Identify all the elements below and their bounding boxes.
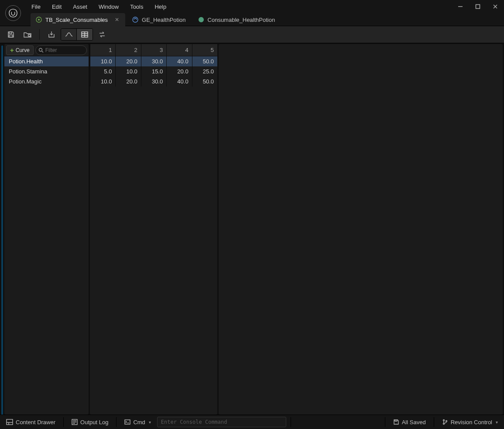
cmd-selector-button[interactable]: Cmd ▾: [121, 417, 154, 427]
save-button[interactable]: [3, 28, 18, 41]
svg-rect-8: [9, 35, 13, 37]
table-cell[interactable]: 50.0: [192, 56, 217, 66]
table-cell[interactable]: 5.0: [90, 66, 115, 76]
table-cell[interactable]: 50.0: [192, 76, 217, 86]
statusbar-separator: [434, 417, 434, 427]
chevron-down-icon: ▾: [149, 420, 151, 425]
table-cell[interactable]: 40.0: [166, 56, 192, 66]
table-view-button[interactable]: [77, 29, 93, 40]
table-cell[interactable]: 25.0: [192, 66, 217, 76]
table-row[interactable]: 10.020.030.040.050.0: [90, 56, 217, 66]
document-tab[interactable]: Consumable_HealthPotion: [193, 13, 281, 26]
curve-list-panel: + Curve Potion.HealthPotion.StaminaPotio…: [4, 44, 89, 415]
svg-rect-7: [9, 32, 12, 34]
add-curve-label: Curve: [16, 47, 30, 53]
reimport-button[interactable]: [44, 28, 59, 41]
output-log-label: Output Log: [80, 419, 108, 426]
svg-point-28: [446, 421, 447, 422]
curve-row[interactable]: Potion.Stamina: [4, 66, 89, 76]
search-icon: [38, 48, 44, 53]
svg-point-6: [133, 17, 138, 22]
dock-tab-indicator[interactable]: [1, 45, 3, 415]
view-mode-toggle: [61, 28, 93, 41]
table-cell[interactable]: 30.0: [141, 56, 166, 66]
table-cell[interactable]: 10.0: [90, 76, 115, 86]
toolbar-separator: [39, 29, 40, 40]
save-status-button[interactable]: All Saved: [390, 417, 429, 427]
curve-data-table: 1234510.020.030.040.050.05.010.015.020.0…: [90, 44, 217, 415]
statusbar-separator: [63, 417, 64, 427]
column-header[interactable]: 1: [90, 44, 115, 56]
svg-point-26: [443, 420, 444, 421]
window-close-button[interactable]: [487, 0, 504, 13]
table-cell[interactable]: 40.0: [166, 76, 192, 86]
cmd-label: Cmd: [133, 419, 145, 426]
revision-control-button[interactable]: Revision Control ▾: [439, 417, 501, 427]
empty-panel: [219, 44, 503, 415]
curve-name: Potion.Magic: [4, 78, 89, 85]
tab-label: GE_HealthPotion: [142, 17, 185, 23]
table-cell[interactable]: 10.0: [115, 66, 141, 76]
save-status-label: All Saved: [402, 419, 426, 426]
curve-row[interactable]: Potion.Health: [4, 56, 89, 66]
menu-asset[interactable]: Asset: [68, 2, 93, 12]
svg-point-15: [39, 48, 42, 51]
svg-point-5: [38, 19, 40, 21]
console-command-input[interactable]: [157, 417, 286, 427]
window-minimize-button[interactable]: [452, 0, 469, 13]
statusbar-separator: [291, 417, 291, 427]
document-tab[interactable]: GE_HealthPotion: [127, 13, 191, 26]
curve-view-button[interactable]: [61, 29, 77, 40]
menu-window[interactable]: Window: [93, 2, 124, 12]
table-cell[interactable]: 20.0: [115, 76, 141, 86]
curve-table-icon: [36, 17, 42, 23]
column-header[interactable]: 2: [115, 44, 141, 56]
data-asset-icon: [198, 17, 204, 23]
menu-tools[interactable]: Tools: [125, 2, 148, 12]
svg-line-16: [42, 51, 43, 52]
reorder-button[interactable]: [95, 28, 110, 41]
column-header[interactable]: 5: [192, 44, 217, 56]
table-row[interactable]: 10.020.030.040.050.0: [90, 76, 217, 86]
revision-control-label: Revision Control: [451, 419, 492, 426]
unreal-logo-icon: [5, 5, 21, 21]
column-header[interactable]: 3: [141, 44, 166, 56]
tab-close-button[interactable]: ✕: [114, 17, 120, 23]
output-log-icon: [72, 419, 78, 425]
menu-help[interactable]: Help: [149, 2, 171, 12]
chevron-down-icon: ▾: [496, 420, 498, 425]
svg-rect-17: [7, 419, 13, 425]
browse-button[interactable]: [20, 28, 35, 41]
table-row[interactable]: 5.010.015.020.025.0: [90, 66, 217, 76]
curve-row[interactable]: Potion.Magic: [4, 76, 89, 86]
tab-label: Consumable_HealthPotion: [208, 17, 275, 23]
app-logo[interactable]: [0, 0, 26, 26]
content-drawer-label: Content Drawer: [16, 419, 55, 426]
svg-point-27: [443, 423, 444, 425]
table-cell[interactable]: 20.0: [115, 56, 141, 66]
document-tab[interactable]: TB_Scale_Consumables✕: [31, 13, 125, 26]
content-drawer-icon: [6, 419, 13, 425]
terminal-icon: [124, 419, 130, 425]
menu-file[interactable]: File: [26, 2, 46, 12]
tab-label: TB_Scale_Consumables: [45, 17, 108, 23]
table-cell[interactable]: 20.0: [166, 66, 192, 76]
add-curve-button[interactable]: + Curve: [6, 45, 34, 55]
curve-name: Potion.Stamina: [4, 68, 89, 75]
svg-rect-24: [125, 420, 130, 424]
menu-edit[interactable]: Edit: [47, 2, 67, 12]
window-maximize-button[interactable]: [469, 0, 487, 13]
output-log-button[interactable]: Output Log: [68, 417, 112, 427]
column-header[interactable]: 4: [166, 44, 192, 56]
content-drawer-button[interactable]: Content Drawer: [3, 417, 59, 427]
curve-filter-input[interactable]: [45, 47, 84, 53]
save-status-icon: [393, 419, 399, 425]
curve-filter-box[interactable]: [35, 45, 87, 55]
branch-icon: [442, 419, 448, 425]
table-cell[interactable]: 10.0: [90, 56, 115, 66]
svg-rect-1: [476, 5, 480, 9]
table-cell[interactable]: 15.0: [141, 66, 166, 76]
table-cell[interactable]: 30.0: [141, 76, 166, 86]
curve-name: Potion.Health: [4, 58, 89, 65]
plus-icon: +: [10, 47, 14, 53]
